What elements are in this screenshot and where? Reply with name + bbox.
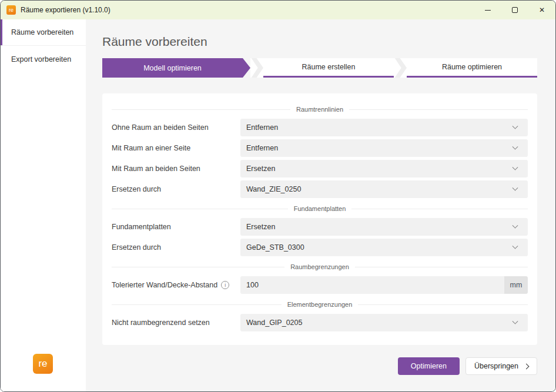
section-title: Fundamentplatten [294,205,346,212]
section-header-elementbegrenzungen: Elementbegrenzungen [112,297,528,312]
chevron-down-icon [513,185,518,190]
ueberspringen-button[interactable]: Überspringen [465,357,537,375]
minimize-icon [485,10,491,11]
step-separator-chevron-icon [250,58,263,78]
maximize-button[interactable] [501,1,528,19]
section-header-raumtrennlinien: Raumtrennlinien [112,102,528,117]
form-row: Mit Raum an beiden Seiten Ersetzen [112,160,528,177]
wizard-steps: Modell optimieren Räume erstellen Räume … [102,58,537,78]
footer-actions: Optimieren Überspringen [102,357,537,375]
field-label: Mit Raum an beiden Seiten [112,165,240,173]
ersetzen-durch-gede-select[interactable]: GeDe_STB_0300 [240,239,528,256]
form-row: Tolerierter Wand/Decke-Abstand i mm [112,276,528,294]
form-row: Nicht raumbegrenzend setzen Wand_GIP_020… [112,314,528,331]
window-controls: ✕ [474,1,555,19]
select-value: Ersetzen [246,223,275,231]
section-title: Raumtrennlinien [296,106,343,113]
field-label: Ohne Raum an beiden Seiten [112,123,240,132]
form-row: Ohne Raum an beiden Seiten Entfernen [112,119,528,136]
ersetzen-durch-wand-select[interactable]: Wand_ZIE_0250 [240,180,528,198]
brand-logo: re [33,354,53,374]
chevron-down-icon [513,164,518,170]
close-button[interactable]: ✕ [528,1,555,19]
sidebar: Räume vorbereiten Export vorbereiten re [1,19,86,391]
sidebar-item-label: Räume vorbereiten [11,28,73,36]
button-label: Optimieren [411,362,447,370]
mit-raum-eine-seite-select[interactable]: Entfernen [240,139,528,157]
app-window: re Räume exportieren (v1.10.0) ✕ Räume v… [0,0,556,392]
nicht-raumbegrenzend-select[interactable]: Wand_GIP_0205 [240,314,528,331]
page-title: Räume vorbereiten [102,35,537,49]
step-separator-chevron-icon [394,58,407,78]
minimize-button[interactable] [474,1,501,19]
optimieren-button[interactable]: Optimieren [398,357,460,375]
divider [351,209,528,209]
sidebar-item-label: Export vorbereiten [11,55,71,63]
wizard-step-label: Räume optimieren [442,63,502,71]
divider [355,267,528,267]
form-row: Mit Raum an einer Seite Entfernen [112,139,528,157]
divider [358,304,528,305]
fundamentplatten-select[interactable]: Ersetzen [240,218,528,236]
select-value: GeDe_STB_0300 [246,243,304,252]
field-label: Ersetzen durch [112,185,240,193]
unit-label: mm [504,276,528,294]
wizard-step-raeume-erstellen[interactable]: Räume erstellen [263,58,394,78]
field-label: Mit Raum an einer Seite [112,144,240,152]
chevron-down-icon [513,143,518,149]
app-icon: re [6,5,16,15]
divider [112,304,282,305]
mit-raum-beide-seiten-select[interactable]: Ersetzen [240,160,528,177]
divider [112,267,284,267]
chevron-down-icon [513,123,518,129]
form-row: Ersetzen durch GeDe_STB_0300 [112,239,528,256]
field-label: Nicht raumbegrenzend setzen [112,319,240,327]
info-icon[interactable]: i [221,281,229,289]
form-row: Ersetzen durch Wand_ZIE_0250 [112,180,528,198]
wizard-step-label: Modell optimieren [143,64,202,72]
chevron-down-icon [513,222,518,228]
field-label: Tolerierter Wand/Decke-Abstand [112,281,217,289]
window-title: Räume exportieren (v1.10.0) [21,6,110,14]
select-value: Wand_ZIE_0250 [246,185,301,193]
button-label: Überspringen [474,362,518,370]
section-header-fundamentplatten: Fundamentplatten [112,201,528,216]
chevron-right-icon [524,363,530,369]
sidebar-item-raeume-vorbereiten[interactable]: Räume vorbereiten [1,19,86,46]
select-value: Entfernen [246,144,278,152]
window-body: Räume vorbereiten Export vorbereiten re … [1,19,555,391]
section-title: Raumbegrenzungen [290,263,349,270]
chevron-down-icon [513,243,518,249]
maximize-icon [512,7,518,13]
form-card: Raumtrennlinien Ohne Raum an beiden Seit… [102,93,537,345]
wizard-step-label: Räume erstellen [302,63,355,71]
chevron-down-icon [513,318,518,324]
close-icon: ✕ [539,6,545,14]
divider [112,109,290,110]
select-value: Entfernen [246,123,278,132]
main-content: Räume vorbereiten Modell optimieren Räum… [86,19,555,391]
divider [112,209,288,209]
titlebar: re Räume exportieren (v1.10.0) ✕ [1,1,555,19]
field-label: Ersetzen durch [112,243,240,252]
divider [349,109,528,110]
wizard-step-modell-optimieren[interactable]: Modell optimieren [102,58,250,78]
form-row: Fundamentplatten Ersetzen [112,218,528,236]
wand-decke-abstand-field[interactable]: mm [240,276,528,294]
wizard-step-raeume-optimieren[interactable]: Räume optimieren [407,58,537,78]
wand-decke-abstand-input[interactable] [240,276,504,294]
section-header-raumbegrenzungen: Raumbegrenzungen [112,259,528,274]
select-value: Wand_GIP_0205 [246,319,302,327]
section-title: Elementbegrenzungen [287,301,353,308]
ohne-raum-beide-seiten-select[interactable]: Entfernen [240,119,528,136]
field-label: Fundamentplatten [112,223,240,231]
select-value: Ersetzen [246,165,275,173]
sidebar-item-export-vorbereiten[interactable]: Export vorbereiten [1,46,86,72]
